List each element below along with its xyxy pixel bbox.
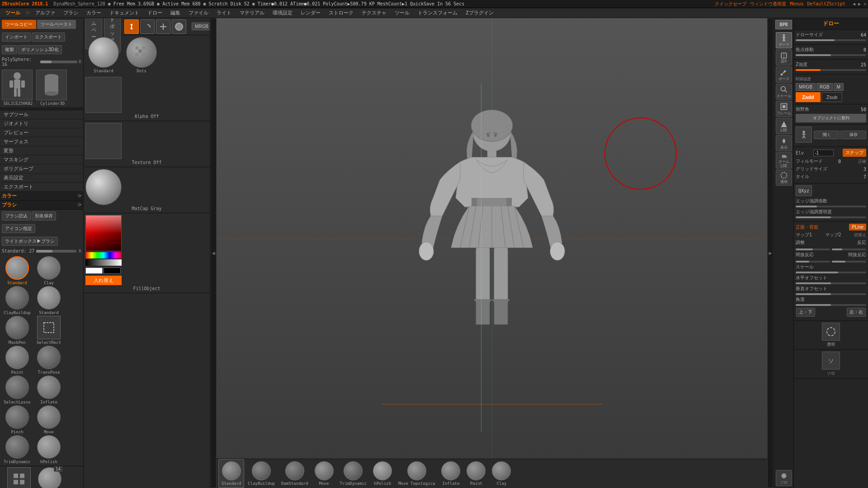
bottom-brush-claybuildup[interactable]: ClayBuildup	[245, 460, 278, 488]
brush-paint[interactable]: Paint	[2, 346, 33, 375]
menu-material[interactable]: マテリアル	[236, 9, 268, 17]
brush-clay[interactable]: Clay	[33, 256, 64, 285]
brush-move[interactable]: Move	[33, 405, 64, 434]
lightness-slider[interactable]	[85, 259, 122, 266]
double-reflection-slider2[interactable]	[832, 261, 866, 263]
default-zscript-btn[interactable]: DefaultZScript	[807, 1, 845, 6]
menu-alpha[interactable]: アルファ	[32, 9, 59, 17]
nav-icon-rotate[interactable]	[140, 19, 155, 34]
menu-zplugin[interactable]: Zプラグイン	[462, 9, 497, 17]
far-rgb-btn[interactable]: RGB	[816, 83, 833, 91]
far-zsub-btn[interactable]: Zsub	[821, 92, 842, 102]
subtool-item-5[interactable]: マスキング	[0, 155, 83, 164]
polymesh-btn[interactable]: ポリメッシュ3D化	[18, 45, 62, 54]
export-btn[interactable]: エクスポート	[32, 33, 65, 42]
mat-standard[interactable]: Standard	[85, 37, 122, 73]
brush-refresh-icon[interactable]: ⟳	[78, 202, 81, 207]
polysphere-slider[interactable]	[40, 61, 77, 63]
bpr-btn[interactable]: BPR	[775, 20, 792, 29]
mesh-intensity2-slider[interactable]	[796, 216, 866, 218]
bottom-brush-clay[interactable]: Clay	[489, 460, 514, 488]
brush-section-toggle[interactable]: ブラシ ⟳	[0, 201, 83, 210]
transparency-display[interactable]	[822, 323, 840, 341]
brightness-slider[interactable]	[796, 249, 830, 250]
far-mrgb-btn[interactable]: MRGB	[796, 83, 816, 91]
angle-slider[interactable]	[796, 304, 866, 306]
menu-texture[interactable]: テクスチャ	[358, 9, 390, 17]
brush-hpolish[interactable]: hPolish	[33, 435, 64, 464]
brush-standard[interactable]: Standard	[2, 256, 33, 285]
bottom-brush-move[interactable]: Move	[312, 460, 336, 488]
elv-input[interactable]	[813, 150, 834, 156]
brush-trimdynamic[interactable]: TrimDynamic	[2, 435, 33, 464]
tool-paste-btn[interactable]: ツールペースト	[37, 20, 76, 29]
solo-btn[interactable]: S ソロ	[776, 470, 792, 486]
lod-btn[interactable]: LOD	[776, 118, 792, 134]
bottom-brush-damstandard[interactable]: DamStandard	[278, 460, 311, 488]
brush-inflate[interactable]: Inflate	[33, 375, 64, 404]
subtool-item-3[interactable]: サーフェス	[0, 137, 83, 146]
menu-tool[interactable]: ツール	[2, 9, 24, 17]
icon-assign-btn[interactable]: アイコン指定	[2, 224, 35, 233]
brush-save-btn[interactable]: 別名保存	[32, 211, 56, 221]
bottom-brush-standard[interactable]: Standard	[218, 459, 244, 488]
brush-pinch[interactable]: Pinch	[2, 405, 33, 434]
subtool-item-2[interactable]: プレビュー	[0, 128, 83, 137]
bottom-brush-hpolish[interactable]: hPolish	[370, 460, 395, 488]
nav-icon-scale[interactable]	[156, 19, 170, 34]
zoom-btn[interactable]: スケール	[776, 84, 792, 100]
menu-document[interactable]: ドキュメント	[106, 9, 143, 17]
matcap-preview[interactable]	[85, 169, 122, 205]
bottom-brush-paint[interactable]: Paint	[464, 460, 488, 488]
menu-edit[interactable]: 編集	[167, 9, 184, 17]
transparency-btn[interactable]: 透明	[776, 169, 792, 186]
menu-brush[interactable]: ブラシ	[60, 9, 82, 17]
scale-slider[interactable]	[796, 272, 866, 273]
hue-slider[interactable]	[85, 252, 122, 258]
fill-replace-btn[interactable]: 入れ替え	[85, 276, 122, 285]
bottom-brush-inflate[interactable]: Inflate	[439, 460, 463, 488]
save-btn[interactable]: 保存	[840, 131, 866, 139]
menu-transform[interactable]: トランスフォーム	[414, 9, 461, 17]
pose-icon-display[interactable]	[796, 127, 812, 143]
brush-load-btn[interactable]: ブラシ読込	[2, 211, 31, 221]
far-m-btn[interactable]: M	[834, 83, 844, 91]
mesh-thumb-figure[interactable]: SELICE250KB2	[2, 70, 34, 106]
mat-dots[interactable]: Dots	[123, 37, 160, 73]
pose-btn[interactable]: ポーズ	[776, 32, 792, 48]
brush-transpose[interactable]: TransPose	[33, 346, 64, 375]
brush-selectlasso[interactable]: SelectLasso	[2, 375, 33, 404]
hand-btn[interactable]: スームLOD	[776, 152, 792, 169]
color-picker-area[interactable]	[85, 215, 122, 251]
menu-color[interactable]: カラー	[83, 9, 105, 17]
alpha-off-preview[interactable]	[85, 77, 122, 113]
far-drawsize-slider[interactable]	[796, 39, 866, 41]
import-btn[interactable]: インポート	[2, 33, 31, 42]
menu-env[interactable]: 環境設定	[269, 9, 296, 17]
lr-btn[interactable]: 左・右	[847, 308, 866, 317]
tool-copy-btn[interactable]: ツールコピー	[2, 20, 36, 29]
frame-btn[interactable]: フレーム	[776, 101, 792, 117]
brush-standard2[interactable]: Standard	[33, 286, 64, 315]
hoffset-slider[interactable]	[796, 282, 866, 284]
bottom-brush-trimdynamic[interactable]: TrimDynamic	[337, 460, 370, 488]
solo-display[interactable]: ソ	[822, 352, 840, 370]
double-reflection-slider1[interactable]	[796, 261, 830, 263]
squeeze-arrow-left[interactable]: ◀	[210, 18, 217, 488]
color-swatch-white[interactable]	[85, 267, 103, 274]
menu-render[interactable]: レンダー	[297, 9, 324, 17]
smooth-item[interactable]: 14 Smooth	[38, 467, 61, 488]
far-focusshift-slider[interactable]	[796, 54, 866, 56]
menu-tool-menu[interactable]: ツール	[391, 9, 413, 17]
menu-stroke[interactable]: ストローク	[325, 9, 357, 17]
mesh-intensity-slider[interactable]	[796, 206, 866, 207]
subtool-item-4[interactable]: 変形	[0, 146, 83, 155]
mesh-thumb-cylinder[interactable]: Cylinder3D	[36, 70, 69, 106]
mrgb-btn[interactable]: MRGB	[192, 23, 210, 30]
color-refresh-icon[interactable]: ⟳	[78, 193, 81, 198]
voffset-slider[interactable]	[796, 293, 866, 295]
canvas-area[interactable]: ▼	[217, 18, 767, 459]
xyz-btn[interactable]: QXyz	[796, 185, 812, 196]
nav-icon-move[interactable]	[124, 19, 139, 34]
brush-maskpen[interactable]: MaskPen	[2, 316, 33, 345]
